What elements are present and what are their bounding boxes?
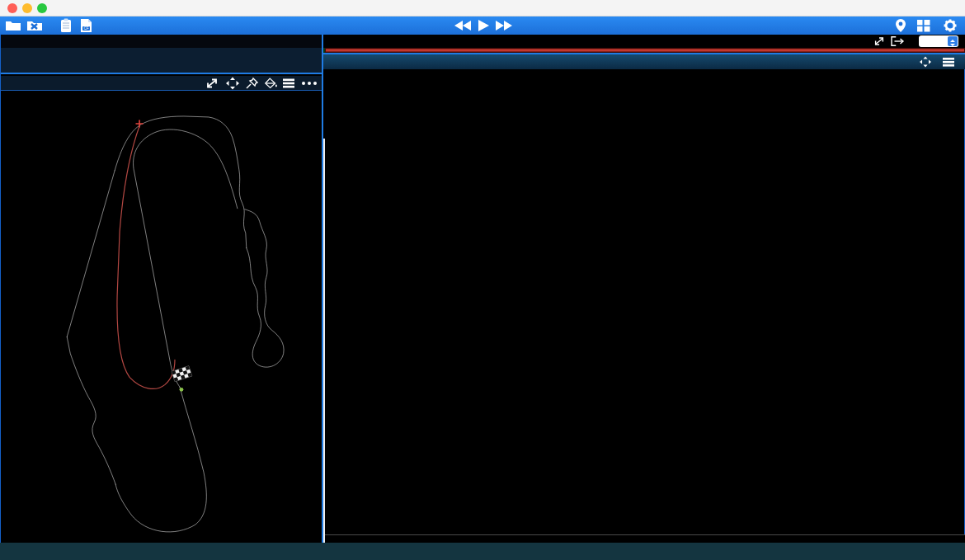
window-title (0, 0, 965, 16)
open-file-icon[interactable] (5, 18, 21, 33)
x-axis (325, 534, 965, 543)
main-toolbar: CF (0, 16, 965, 35)
app-window: CF (0, 0, 965, 560)
graph-panel-controls (323, 35, 965, 48)
layout-tiles-icon[interactable] (916, 18, 932, 33)
close-file-icon[interactable] (26, 18, 43, 33)
play-button-icon[interactable] (477, 18, 490, 33)
track-centerline (67, 116, 284, 532)
titlebar (0, 0, 965, 16)
driven-line-marker (136, 120, 143, 127)
track-map-panel (0, 35, 322, 543)
position-cursor[interactable] (323, 139, 325, 543)
charts-area[interactable] (325, 139, 965, 534)
more-options-icon[interactable] (300, 77, 318, 90)
playback-speed-dropdown[interactable] (919, 35, 958, 47)
track-sector-6 (134, 129, 238, 387)
map-toolbar (1, 76, 322, 91)
rewind-button-icon[interactable] (453, 18, 473, 33)
export-icon[interactable] (889, 35, 906, 47)
playback-speed-stepper[interactable] (948, 36, 958, 46)
track-sector-5 (245, 209, 284, 367)
expand-full-icon[interactable] (225, 77, 240, 90)
lap-times-table (1, 48, 322, 74)
track-map[interactable] (1, 92, 322, 543)
map-pin-icon[interactable] (892, 18, 909, 33)
expand-diagonal-icon[interactable] (205, 77, 219, 90)
map-menu-icon[interactable] (281, 77, 296, 90)
start-finish-flag (172, 366, 192, 382)
position-bar (323, 53, 965, 69)
paint-bucket-icon[interactable] (264, 77, 279, 90)
playback-speed-value (919, 35, 947, 47)
settings-gear-icon[interactable] (942, 18, 958, 33)
sector-band (325, 122, 963, 139)
file-tabs (1, 35, 322, 48)
fast-forward-button-icon[interactable] (494, 18, 514, 33)
start-marker-dot (180, 388, 184, 392)
expand-diagonal-icon[interactable] (873, 35, 886, 47)
track-sector-4 (115, 116, 247, 248)
track-sector-2 (67, 336, 115, 484)
expand-full-icon[interactable] (919, 56, 932, 68)
circuit-file-icon[interactable]: CF (78, 18, 94, 33)
svg-text:CF: CF (84, 26, 89, 31)
graph-panel (323, 35, 965, 543)
track-sector-1 (115, 387, 206, 532)
clipboard-icon[interactable] (58, 18, 74, 33)
driven-line (117, 126, 175, 388)
pin-icon[interactable] (245, 77, 260, 90)
status-bar (0, 543, 965, 560)
track-map-svg (1, 92, 322, 543)
graph-menu-icon[interactable] (942, 56, 955, 68)
